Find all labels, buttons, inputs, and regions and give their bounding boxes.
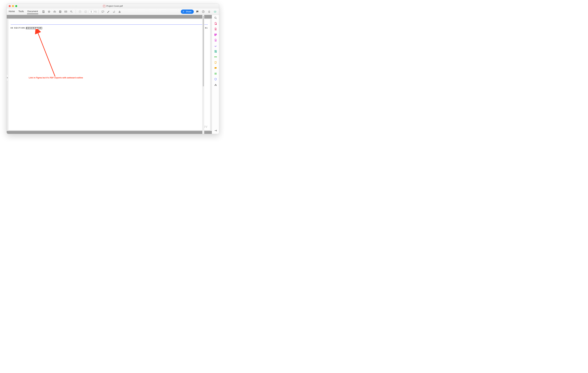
section-label: SECTION <box>14 27 25 29</box>
zoom-window-button[interactable] <box>15 5 17 7</box>
rail-organize[interactable] <box>214 33 218 37</box>
page-current-input[interactable] <box>89 10 94 13</box>
svg-rect-21 <box>215 34 217 34</box>
close-window-button[interactable] <box>9 5 11 7</box>
titlebar: P Project Cover.pdf <box>7 4 219 8</box>
annotation-arrow <box>35 29 67 78</box>
star-icon <box>48 10 51 13</box>
help-button[interactable] <box>201 9 206 14</box>
svg-rect-1 <box>59 10 61 11</box>
minimize-window-button[interactable] <box>12 5 14 7</box>
pdf-page: 00 SECTION DESCRIPTOR 01 OV Link in Figm… <box>8 19 210 130</box>
menu-tabs: Home Tools Document <box>8 9 38 14</box>
rail-comment[interactable] <box>214 66 218 70</box>
share-label: Share <box>186 10 191 13</box>
svg-line-18 <box>38 32 55 77</box>
rail-note[interactable] <box>214 61 218 64</box>
arrow-up-icon <box>79 10 82 13</box>
help-icon <box>202 10 205 13</box>
svg-point-15 <box>214 11 216 12</box>
tools-rail <box>212 15 219 134</box>
organize-icon <box>214 33 217 36</box>
app-window: P Project Cover.pdf Home Tools Document <box>7 4 219 134</box>
page-total: 1 <box>95 10 96 13</box>
page-up-button[interactable] <box>78 9 82 14</box>
rail-more-tools[interactable] <box>214 83 218 87</box>
comment-icon <box>214 67 217 70</box>
chat-icon <box>196 10 199 13</box>
svg-rect-23 <box>215 35 216 36</box>
save-icon <box>42 10 45 13</box>
rail-export-pdf[interactable] <box>214 27 218 31</box>
window-title-text: Project Cover.pdf <box>106 5 123 7</box>
speech-bubble-icon <box>101 10 104 13</box>
print-icon <box>59 10 62 13</box>
svg-rect-0 <box>43 12 44 12</box>
svg-rect-4 <box>65 11 67 12</box>
rail-expand[interactable] <box>214 129 218 133</box>
traffic-lights <box>9 5 17 7</box>
zoom-out-icon <box>70 10 73 13</box>
rail-measure[interactable] <box>214 55 218 59</box>
chat-button[interactable] <box>195 9 200 14</box>
tab-document[interactable]: Document <box>27 9 38 14</box>
zoom-out-button[interactable] <box>69 9 74 14</box>
tab-tools[interactable]: Tools <box>18 9 24 14</box>
page-header-left: 00 SECTION DESCRIPTOR <box>11 27 42 29</box>
chevron-right-icon <box>7 77 8 78</box>
email-button[interactable] <box>63 9 68 14</box>
signature-icon <box>113 10 116 13</box>
toolbar-separator <box>98 10 99 13</box>
account-icon <box>214 10 217 13</box>
content-row: 00 SECTION DESCRIPTOR 01 OV Link in Figm… <box>7 15 219 134</box>
svg-point-17 <box>215 11 216 12</box>
wrench-icon <box>214 83 217 86</box>
svg-rect-24 <box>215 50 215 52</box>
document-viewport[interactable]: 00 SECTION DESCRIPTOR 01 OV Link in Figm… <box>7 15 212 134</box>
descriptor-link[interactable]: DESCRIPTOR <box>26 27 42 29</box>
rail-print-prod[interactable] <box>214 72 218 76</box>
share-person-icon <box>182 10 185 13</box>
save-button[interactable] <box>41 9 46 14</box>
notifications-button[interactable] <box>207 9 211 14</box>
svg-rect-22 <box>215 34 217 35</box>
measure-icon <box>214 55 217 58</box>
highlight-tool-button[interactable] <box>106 9 111 14</box>
sign-tool-button[interactable] <box>112 9 116 14</box>
scrollbar-thumb[interactable] <box>203 16 204 86</box>
page-down-button[interactable] <box>83 9 88 14</box>
share-button[interactable]: Share <box>181 10 194 14</box>
rail-protect[interactable] <box>214 77 218 81</box>
cloud-upload-icon <box>53 10 56 13</box>
rail-compare[interactable] <box>214 49 218 53</box>
mail-icon <box>64 10 67 13</box>
rail-sign[interactable] <box>214 44 218 48</box>
rail-edit-pdf[interactable] <box>214 38 218 42</box>
export-pdf-icon <box>214 28 217 31</box>
account-button[interactable] <box>213 9 217 14</box>
tab-home[interactable]: Home <box>8 9 15 14</box>
stamp-tool-button[interactable] <box>117 9 122 14</box>
edit-pdf-icon <box>214 39 217 42</box>
annotation-text: Link in Figma but it's PDF exports with … <box>29 77 83 79</box>
search-icon <box>214 16 217 19</box>
toolbar-right: Share <box>181 9 217 14</box>
svg-point-30 <box>216 85 217 86</box>
shield-icon <box>214 78 217 81</box>
section-number: 00 <box>11 27 13 29</box>
window-title: P Project Cover.pdf <box>7 5 219 7</box>
page-sep: / <box>94 10 95 13</box>
rail-create-pdf[interactable] <box>214 21 218 25</box>
cloud-upload-button[interactable] <box>52 9 57 14</box>
bell-icon <box>208 10 211 13</box>
rail-search[interactable] <box>214 16 218 20</box>
comment-tool-button[interactable] <box>101 9 105 14</box>
page-number: 01 <box>205 27 208 29</box>
sign-icon <box>214 44 217 47</box>
left-pane-toggle[interactable] <box>7 74 8 81</box>
print-button[interactable] <box>58 9 63 14</box>
star-button[interactable] <box>47 9 51 14</box>
vertical-scrollbar[interactable] <box>202 15 204 134</box>
next-page-edge <box>7 131 212 134</box>
create-pdf-icon <box>214 22 217 25</box>
